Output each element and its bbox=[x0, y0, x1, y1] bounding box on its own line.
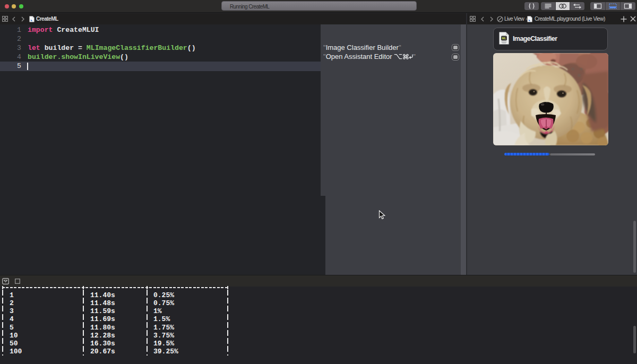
svg-text:ML: ML bbox=[502, 37, 507, 40]
